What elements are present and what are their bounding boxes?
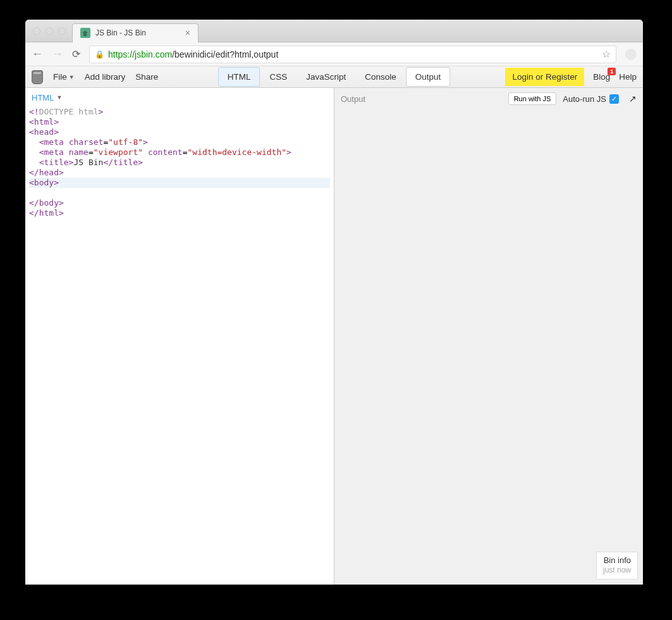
- output-pane: Output Run with JS Auto-run JS ✓ ↗ Bin i…: [334, 88, 643, 585]
- auto-run-toggle[interactable]: Auto-run JS ✓: [563, 94, 619, 104]
- bin-info-box[interactable]: Bin info just now: [596, 552, 638, 580]
- forward-button[interactable]: →: [52, 47, 63, 61]
- panel-tabs: HTML CSS JavaScript Console Output: [218, 67, 451, 87]
- blog-link[interactable]: Blog 1: [593, 72, 610, 82]
- html-editor-pane: HTML ▼ <!DOCTYPE html><html><head> <meta…: [25, 88, 334, 585]
- bin-info-time: just now: [603, 566, 631, 576]
- close-tab-button[interactable]: ×: [185, 28, 190, 38]
- code-line: <meta charset="utf-8">: [29, 137, 330, 147]
- url-path: /bewinidici/edit?html,output: [172, 49, 278, 59]
- code-line: </html>: [29, 208, 330, 218]
- code-editor[interactable]: <!DOCTYPE html><html><head> <meta charse…: [25, 107, 334, 585]
- browser-tab-inactive[interactable]: [197, 25, 223, 42]
- code-line: [29, 188, 330, 198]
- code-line: <title>JS Bin</title>: [29, 158, 330, 168]
- bin-info-title: Bin info: [603, 555, 631, 566]
- browser-tab-active[interactable]: 🗑 JS Bin - JS Bin ×: [72, 23, 199, 42]
- window-controls: [33, 27, 66, 35]
- add-library-button[interactable]: Add library: [85, 72, 126, 82]
- code-line: </head>: [29, 168, 330, 178]
- output-pane-label: Output: [341, 94, 365, 104]
- help-link[interactable]: Help: [619, 72, 637, 82]
- browser-address-bar: ← → ⟳ 🔒 https://jsbin.com/bewinidici/edi…: [25, 42, 643, 66]
- tab-output[interactable]: Output: [406, 67, 451, 87]
- tab-title: JS Bin - JS Bin: [95, 28, 146, 37]
- tab-html[interactable]: HTML: [218, 67, 260, 87]
- code-line: <!DOCTYPE html>: [29, 107, 330, 117]
- close-window-button[interactable]: [33, 27, 40, 35]
- jsbin-favicon-icon: 🗑: [80, 28, 90, 38]
- html-language-dropdown[interactable]: HTML ▼: [32, 93, 62, 102]
- minimize-window-button[interactable]: [46, 27, 53, 35]
- code-line: <body>: [29, 178, 330, 188]
- code-line: <head>: [29, 127, 330, 137]
- url-input[interactable]: 🔒 https://jsbin.com/bewinidici/edit?html…: [89, 46, 616, 63]
- file-menu[interactable]: File ▼: [53, 72, 75, 82]
- code-line: </body>: [29, 198, 330, 208]
- blog-badge: 1: [608, 68, 616, 75]
- chevron-down-icon: ▼: [69, 74, 75, 80]
- extension-icon[interactable]: [625, 49, 637, 60]
- bookmark-star-icon[interactable]: ☆: [602, 48, 611, 60]
- output-pane-header: Output Run with JS Auto-run JS ✓ ↗: [334, 88, 643, 109]
- file-menu-label: File: [53, 72, 67, 82]
- run-with-js-button[interactable]: Run with JS: [508, 92, 557, 105]
- editor-pane-label: HTML: [32, 93, 54, 102]
- login-register-button[interactable]: Login or Register: [505, 68, 584, 86]
- reload-button[interactable]: ⟳: [72, 48, 80, 60]
- auto-run-label: Auto-run JS: [563, 94, 606, 104]
- jsbin-logo-icon[interactable]: [32, 70, 43, 84]
- tab-javascript[interactable]: JavaScript: [296, 67, 355, 87]
- editor-pane-header: HTML ▼: [25, 88, 334, 107]
- browser-window: 🗑 JS Bin - JS Bin × ← → ⟳ 🔒 https://jsbi…: [25, 20, 643, 585]
- auto-run-checkbox[interactable]: ✓: [609, 94, 619, 104]
- tab-css[interactable]: CSS: [260, 67, 296, 87]
- share-button[interactable]: Share: [135, 72, 158, 82]
- output-iframe[interactable]: [334, 109, 643, 585]
- code-line: <meta name="viewport" content="width=dev…: [29, 147, 330, 158]
- editor-area: HTML ▼ <!DOCTYPE html><html><head> <meta…: [25, 88, 643, 585]
- url-host: https://jsbin.com: [108, 49, 172, 59]
- expand-icon[interactable]: ↗: [629, 94, 637, 104]
- maximize-window-button[interactable]: [58, 27, 66, 35]
- back-button[interactable]: ←: [32, 47, 43, 61]
- tab-console[interactable]: Console: [355, 67, 406, 87]
- browser-tab-bar: 🗑 JS Bin - JS Bin ×: [25, 20, 643, 42]
- jsbin-toolbar: File ▼ Add library Share HTML CSS JavaSc…: [25, 66, 643, 88]
- lock-icon: 🔒: [95, 50, 104, 59]
- chevron-down-icon: ▼: [56, 94, 62, 101]
- code-line: <html>: [29, 117, 330, 127]
